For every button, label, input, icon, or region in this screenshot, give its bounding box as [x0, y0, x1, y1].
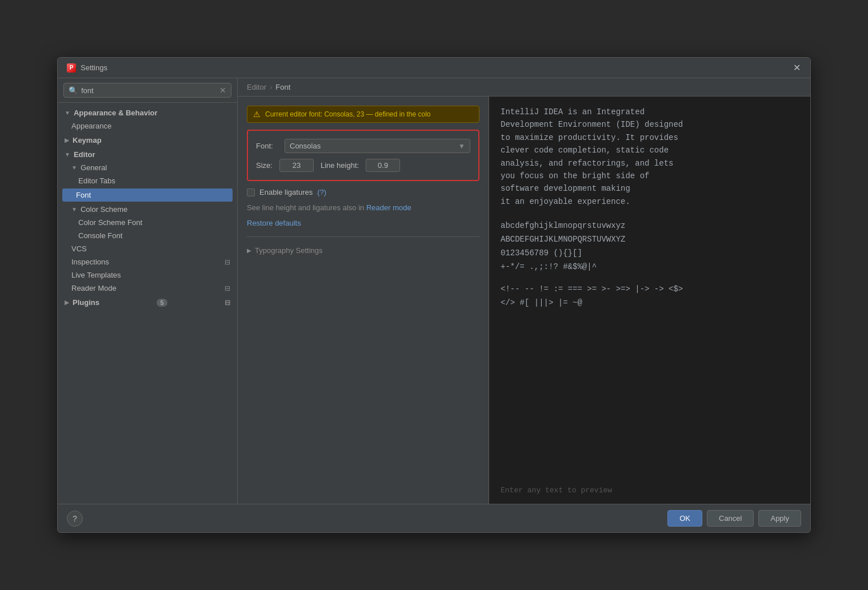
restore-defaults-link[interactable]: Restore defaults	[247, 219, 301, 227]
preview-numbers: 0123456789 (){}[]	[501, 247, 799, 260]
caret-color-scheme: ▼	[71, 206, 77, 212]
sidebar-item-color-scheme-label: Color Scheme	[81, 205, 127, 214]
size-input[interactable]	[279, 159, 314, 172]
font-settings-box: Font: Consolas ▼ Size: Line height:	[247, 130, 479, 181]
plugins-settings-icon: ⊟	[225, 299, 230, 307]
search-input[interactable]	[81, 86, 216, 95]
preview-panel[interactable]: IntelliJ IDEA is an IntegratedDevelopmen…	[489, 97, 810, 504]
preview-symbols: +-*/= .,;:!? #&$%@|^	[501, 260, 799, 274]
sidebar-item-live-templates[interactable]: Live Templates	[58, 268, 237, 282]
search-icon: 🔍	[69, 86, 78, 95]
preview-hint: Enter any text to preview	[501, 475, 799, 495]
sidebar-item-inspections[interactable]: Inspections ⊟	[58, 255, 237, 268]
sidebar-item-appearance-label: Appearance	[71, 122, 111, 130]
reader-mode-text: See line height and ligatures also in	[247, 203, 364, 212]
warning-icon: ⚠	[253, 110, 261, 119]
sidebar-item-color-scheme-font-label: Color Scheme Font	[78, 218, 142, 227]
nav-tree: ▼ Appearance & Behavior Appearance ▶ Key…	[58, 103, 237, 504]
sidebar-item-vcs[interactable]: VCS	[58, 242, 237, 255]
caret-editor: ▼	[65, 151, 70, 158]
footer-left: ?	[67, 511, 83, 527]
ligatures-row: Enable ligatures (?)	[247, 188, 479, 196]
sidebar-item-reader-mode[interactable]: Reader Mode ⊟	[58, 282, 237, 295]
caret-plugins: ▶	[65, 299, 69, 306]
search-input-wrap[interactable]: 🔍 ✕	[63, 83, 231, 98]
dialog-title: Settings	[81, 63, 107, 72]
help-button[interactable]: ?	[67, 511, 83, 527]
typography-caret-icon: ▶	[247, 247, 251, 254]
sidebar-item-vcs-label: VCS	[71, 244, 87, 253]
sidebar-item-keymap-label: Keymap	[73, 136, 102, 145]
sidebar-item-appearance[interactable]: Appearance	[58, 119, 237, 133]
search-clear-button[interactable]: ✕	[219, 86, 226, 95]
sidebar-item-reader-mode-label: Reader Mode	[71, 284, 117, 292]
sidebar-item-plugins[interactable]: ▶ Plugins 5 ⊟	[58, 295, 237, 309]
sidebar-item-color-scheme[interactable]: ▼ Color Scheme	[58, 203, 237, 216]
content-area: ⚠ Current editor font: Consolas, 23 — de…	[238, 97, 810, 504]
caret-keymap: ▶	[65, 137, 69, 143]
size-row: Size: Line height:	[256, 159, 470, 172]
reader-mode-info: See line height and ligatures also in Re…	[247, 203, 479, 212]
close-button[interactable]: ✕	[792, 63, 801, 73]
sidebar-item-console-font[interactable]: Console Font	[58, 229, 237, 242]
breadcrumb: Editor › Font	[238, 78, 810, 97]
restore-defaults[interactable]: Restore defaults	[247, 219, 479, 227]
typography-label: Typography Settings	[255, 246, 323, 255]
sidebar-item-inspections-label: Inspections	[71, 258, 109, 266]
apply-button[interactable]: Apply	[758, 510, 801, 527]
settings-panel: ⚠ Current editor font: Consolas, 23 — de…	[238, 97, 489, 504]
sidebar-item-keymap[interactable]: ▶ Keymap	[58, 133, 237, 147]
sidebar-item-editor-tabs[interactable]: Editor Tabs	[58, 174, 237, 187]
preview-description: IntelliJ IDEA is an IntegratedDevelopmen…	[501, 106, 799, 208]
sidebar-item-live-templates-label: Live Templates	[71, 271, 121, 279]
sidebar-item-appearance-behavior[interactable]: ▼ Appearance & Behavior	[58, 105, 237, 119]
sidebar-item-editor-label: Editor	[74, 150, 95, 159]
font-dropdown[interactable]: Consolas ▼	[285, 139, 470, 153]
sidebar-item-font-label: Font	[76, 191, 91, 199]
preview-lowercase: abcdefghijklmnopqrstuvwxyz	[501, 219, 799, 233]
caret-appearance-behavior: ▼	[65, 110, 70, 116]
ok-button[interactable]: OK	[667, 510, 702, 527]
size-label: Size:	[256, 161, 273, 170]
ligatures-label: Enable ligatures	[259, 188, 313, 196]
preview-uppercase: ABCDEFGHIJKLMNOPQRSTUVWXYZ	[501, 233, 799, 247]
sidebar-item-color-scheme-font[interactable]: Color Scheme Font	[58, 216, 237, 229]
sidebar-item-plugins-label: Plugins	[73, 298, 99, 307]
main-content: Editor › Font ⚠ Current editor font: Con…	[238, 78, 810, 504]
sidebar-item-editor[interactable]: ▼ Editor	[58, 147, 237, 161]
typography-row[interactable]: ▶ Typography Settings	[247, 246, 479, 255]
title-bar-left: P Settings	[67, 63, 107, 73]
breadcrumb-parent: Editor	[247, 83, 266, 91]
footer-right: OK Cancel Apply	[667, 510, 801, 527]
preview-ligatures2: </> #[ |||> |= ~@	[501, 296, 799, 310]
sidebar-item-font[interactable]: Font	[62, 188, 233, 202]
font-row: Font: Consolas ▼	[256, 139, 470, 153]
dialog-body: 🔍 ✕ ▼ Appearance & Behavior Appearance ▶	[58, 78, 810, 504]
font-label: Font:	[256, 142, 279, 150]
settings-dialog: P Settings ✕ 🔍 ✕ ▼ Appearance & Behavio	[57, 57, 811, 533]
breadcrumb-current: Font	[275, 83, 290, 91]
plugins-badge: 5	[157, 299, 167, 307]
sidebar-item-appearance-behavior-label: Appearance & Behavior	[74, 109, 158, 117]
dropdown-arrow-icon: ▼	[458, 142, 465, 150]
reader-mode-settings-icon: ⊟	[225, 284, 230, 292]
preview-sample: abcdefghijklmnopqrstuvwxyz ABCDEFGHIJKLM…	[501, 219, 799, 310]
reader-mode-link[interactable]: Reader mode	[366, 203, 411, 212]
sidebar-item-general-label: General	[81, 163, 107, 172]
ligatures-help-icon[interactable]: (?)	[317, 188, 326, 196]
sidebar: 🔍 ✕ ▼ Appearance & Behavior Appearance ▶	[58, 78, 238, 504]
line-height-input[interactable]	[366, 159, 400, 172]
breadcrumb-separator: ›	[270, 83, 272, 91]
title-bar: P Settings ✕	[58, 58, 810, 78]
ligatures-checkbox[interactable]	[247, 188, 255, 196]
sidebar-item-console-font-label: Console Font	[78, 231, 122, 240]
warning-banner: ⚠ Current editor font: Consolas, 23 — de…	[247, 106, 479, 123]
dialog-footer: ? OK Cancel Apply	[58, 504, 810, 532]
sidebar-item-general[interactable]: ▼ General	[58, 161, 237, 174]
caret-general: ▼	[71, 164, 77, 171]
warning-text: Current editor font: Consolas, 23 — defi…	[265, 110, 431, 118]
search-box: 🔍 ✕	[58, 78, 237, 103]
inspections-settings-icon: ⊟	[225, 258, 230, 266]
cancel-button[interactable]: Cancel	[707, 510, 754, 527]
divider	[247, 236, 479, 237]
